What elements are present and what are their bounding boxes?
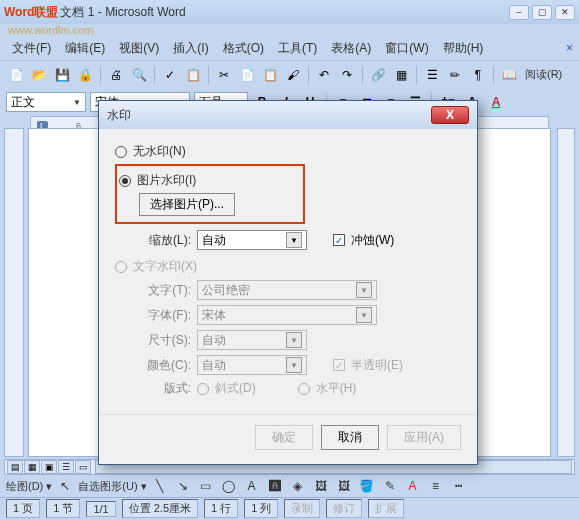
color-label: 颜色(C): [135, 357, 191, 374]
wash-label: 冲蚀(W) [351, 232, 394, 249]
close-button[interactable]: ✕ [555, 5, 575, 20]
menu-edit[interactable]: 编辑(E) [59, 38, 111, 59]
maximize-button[interactable]: ▢ [532, 5, 552, 20]
oval-icon[interactable]: ◯ [219, 476, 239, 496]
radio-icon [197, 383, 209, 395]
preview-icon[interactable]: 🔍 [129, 65, 149, 85]
dialog-close-button[interactable]: X [431, 106, 469, 124]
permission-icon[interactable]: 🔒 [75, 65, 95, 85]
rect-icon[interactable]: ▭ [196, 476, 216, 496]
radio-icon [298, 383, 310, 395]
minimize-button[interactable]: – [509, 5, 529, 20]
font-combo-wm: 宋体▼ [197, 305, 377, 325]
menu-window[interactable]: 窗口(W) [379, 38, 434, 59]
outline-view-icon[interactable]: ☰ [58, 460, 74, 474]
radio-icon [115, 261, 127, 273]
scale-label: 缩放(L): [135, 232, 191, 249]
line-icon[interactable]: ╲ [150, 476, 170, 496]
copy-icon[interactable]: 📄 [237, 65, 257, 85]
link-icon[interactable]: 🔗 [368, 65, 388, 85]
diagram-icon[interactable]: ◈ [288, 476, 308, 496]
table-icon[interactable]: ▦ [391, 65, 411, 85]
statusbar: 1 页 1 节 1/1 位置 2.5厘米 1 行 1 列 录制 修订 扩展 [0, 497, 579, 519]
highlight-box: 图片水印(I) 选择图片(P)... [115, 164, 305, 224]
text-combo: 公司绝密▼ [197, 280, 377, 300]
new-doc-icon[interactable]: 📄 [6, 65, 26, 85]
draw-menu[interactable]: 绘图(D) [6, 479, 43, 494]
status-page: 1 页 [6, 499, 40, 518]
save-icon[interactable]: 💾 [52, 65, 72, 85]
cut-icon[interactable]: ✂ [214, 65, 234, 85]
menu-format[interactable]: 格式(O) [217, 38, 270, 59]
scale-combo[interactable]: 自动▼ [197, 230, 307, 250]
radio-icon [119, 175, 131, 187]
reading-view-icon[interactable]: ▭ [75, 460, 91, 474]
doc-map-icon[interactable]: ¶ [468, 65, 488, 85]
status-pages: 1/1 [86, 501, 115, 517]
font-color-icon[interactable]: A [486, 92, 506, 112]
textbox-icon[interactable]: A [242, 476, 262, 496]
clipart-icon[interactable]: 🖼 [311, 476, 331, 496]
status-line: 1 行 [204, 499, 238, 518]
no-watermark-option[interactable]: 无水印(N) [115, 143, 461, 160]
style-combo[interactable]: 正文▼ [6, 92, 86, 112]
wash-checkbox[interactable]: ✓ [333, 234, 345, 246]
titlebar: Word联盟 文档 1 - Microsoft Word – ▢ ✕ [0, 0, 579, 24]
help-input[interactable]: × [566, 41, 573, 55]
picture-icon[interactable]: 🖼 [334, 476, 354, 496]
radio-icon [115, 146, 127, 158]
dialog-titlebar: 水印 X [99, 101, 477, 129]
select-picture-button[interactable]: 选择图片(P)... [139, 193, 235, 216]
print-view-icon[interactable]: ▣ [41, 460, 57, 474]
picture-watermark-option[interactable]: 图片水印(I) [119, 172, 299, 189]
drawing-icon[interactable]: ✏ [445, 65, 465, 85]
menu-view[interactable]: 视图(V) [113, 38, 165, 59]
font-color-icon-2[interactable]: A [403, 476, 423, 496]
size-label: 尺寸(S): [135, 332, 191, 349]
research-icon[interactable]: 📋 [183, 65, 203, 85]
undo-icon[interactable]: ↶ [314, 65, 334, 85]
fill-color-icon[interactable]: 🪣 [357, 476, 377, 496]
menu-tools[interactable]: 工具(T) [272, 38, 323, 59]
autoshape-menu[interactable]: 自选图形(U) [78, 479, 137, 494]
paste-icon[interactable]: 📋 [260, 65, 280, 85]
menu-help[interactable]: 帮助(H) [437, 38, 490, 59]
semi-label: 半透明(E) [351, 357, 403, 374]
status-ext: 扩展 [368, 499, 404, 518]
drawing-toolbar: 绘图(D)▾ ↖ 自选图形(U)▾ ╲ ↘ ▭ ◯ A 🅰 ◈ 🖼 🖼 🪣 ✎ … [0, 475, 579, 497]
layout-label: 版式: [135, 380, 191, 397]
open-icon[interactable]: 📂 [29, 65, 49, 85]
wordart-icon[interactable]: 🅰 [265, 476, 285, 496]
book-icon[interactable]: 📖 [499, 65, 519, 85]
spell-icon[interactable]: ✓ [160, 65, 180, 85]
text-watermark-option[interactable]: 文字水印(X) [115, 258, 461, 275]
web-view-icon[interactable]: ▦ [24, 460, 40, 474]
format-painter-icon[interactable]: 🖌 [283, 65, 303, 85]
vertical-scrollbar[interactable] [557, 128, 575, 457]
menu-file[interactable]: 文件(F) [6, 38, 57, 59]
menubar: 文件(F) 编辑(E) 视图(V) 插入(I) 格式(O) 工具(T) 表格(A… [0, 36, 579, 60]
status-col: 1 列 [244, 499, 278, 518]
cancel-button[interactable]: 取消 [321, 425, 379, 450]
watermark-logo: Word联盟 [4, 4, 58, 21]
ok-button[interactable]: 确定 [255, 425, 313, 450]
menu-table[interactable]: 表格(A) [325, 38, 377, 59]
size-combo-wm: 自动▼ [197, 330, 307, 350]
text-label: 文字(T): [135, 282, 191, 299]
apply-button[interactable]: 应用(A) [387, 425, 461, 450]
menu-insert[interactable]: 插入(I) [167, 38, 214, 59]
print-icon[interactable]: 🖨 [106, 65, 126, 85]
reading-label[interactable]: 阅读(R) [522, 67, 565, 82]
window-title: 文档 1 - Microsoft Word [60, 4, 185, 21]
columns-icon[interactable]: ☰ [422, 65, 442, 85]
arrow-icon[interactable]: ↘ [173, 476, 193, 496]
redo-icon[interactable]: ↷ [337, 65, 357, 85]
line-style-icon[interactable]: ≡ [426, 476, 446, 496]
normal-view-icon[interactable]: ▤ [7, 460, 23, 474]
vertical-ruler[interactable] [4, 128, 24, 457]
dash-style-icon[interactable]: ┅ [449, 476, 469, 496]
watermark-url: www.wordlm.com [0, 24, 579, 36]
select-icon[interactable]: ↖ [55, 476, 75, 496]
line-color-icon[interactable]: ✎ [380, 476, 400, 496]
watermark-dialog: 水印 X 无水印(N) 图片水印(I) 选择图片(P)... 缩放(L): 自动… [98, 100, 478, 465]
